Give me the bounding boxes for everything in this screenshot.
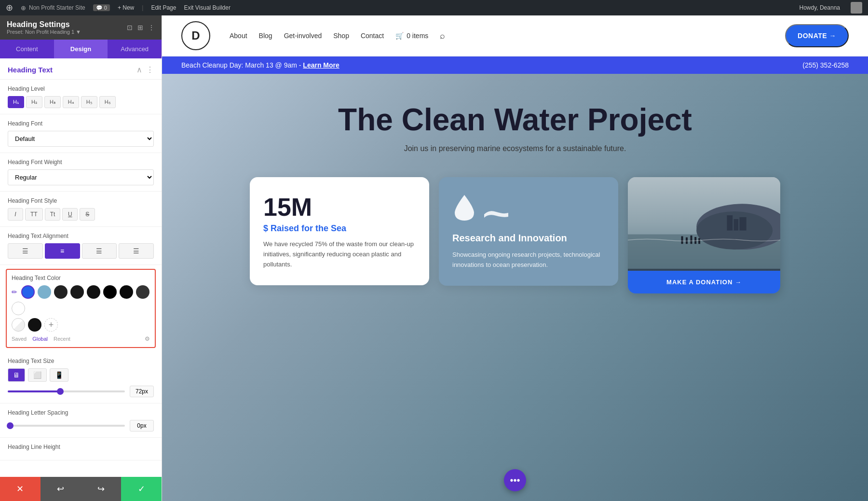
tab-advanced[interactable]: Advanced	[108, 40, 162, 58]
separator: |	[142, 4, 143, 11]
heading-font-style-label: Heading Font Style	[8, 197, 154, 204]
swatch-dark2[interactable]	[70, 285, 84, 299]
stat-subtitle: $ Raised for the Sea	[263, 223, 416, 234]
swatch-black-large[interactable]	[28, 318, 41, 332]
svg-rect-5	[734, 219, 738, 231]
strikethrough-button[interactable]: S	[80, 208, 95, 221]
cart-item[interactable]: 🛒 0 items	[395, 32, 428, 40]
left-panel: Heading Settings Preset: Non Profit Head…	[0, 15, 162, 501]
tab-design[interactable]: Design	[54, 40, 108, 58]
exit-builder-button[interactable]: Exit Visual Builder	[184, 4, 231, 11]
color-tab-recent[interactable]: Recent	[54, 336, 70, 342]
cart-icon: 🛒	[395, 32, 404, 40]
swatch-empty[interactable]	[12, 318, 25, 332]
size-device-buttons: 🖥 ⬜ 📱	[8, 368, 154, 382]
capitalize-button[interactable]: Tt	[45, 208, 61, 221]
section-collapse-icon[interactable]: ∧	[136, 65, 142, 74]
swatch-black1[interactable]	[103, 285, 117, 299]
letter-spacing-slider[interactable]	[8, 425, 125, 427]
announcement-bar: Beach Cleanup Day: March 13 @ 9am - Lear…	[162, 56, 868, 74]
h4-button[interactable]: H₄	[63, 96, 79, 108]
panel-preset[interactable]: Preset: Non Profit Heading 1 ▼	[7, 29, 81, 35]
h1-button[interactable]: H₁	[8, 96, 24, 108]
new-button[interactable]: + New	[118, 4, 134, 11]
user-greeting: Howdy, Deanna	[800, 4, 841, 11]
swatch-blue[interactable]	[21, 285, 35, 299]
nav-get-involved[interactable]: Get-involved	[284, 32, 322, 40]
color-picker-icon[interactable]: ✏	[12, 288, 17, 296]
site-name[interactable]: ⊕ Non Profit Starter Site	[21, 4, 85, 12]
color-tab-global[interactable]: Global	[32, 336, 48, 342]
announcement-link[interactable]: Learn More	[303, 61, 339, 69]
swatch-darkgray[interactable]	[136, 285, 149, 299]
redo-button[interactable]: ↪	[81, 477, 122, 501]
redo-icon: ↪	[97, 484, 105, 494]
undo-button[interactable]: ↩	[41, 477, 81, 501]
align-right-button[interactable]: ☰	[82, 243, 117, 259]
tablet-size-button[interactable]: ⬜	[28, 368, 47, 382]
letter-spacing-input[interactable]: 0px	[130, 420, 154, 431]
swatch-black2[interactable]	[120, 285, 133, 299]
tab-content[interactable]: Content	[0, 40, 54, 58]
donate-button[interactable]: DONATE →	[785, 24, 849, 47]
panel-icon-more[interactable]: ⋮	[148, 24, 155, 31]
align-justify-button[interactable]: ☰	[119, 243, 154, 259]
search-icon[interactable]: ⌕	[440, 31, 445, 41]
color-settings-icon[interactable]: ⚙	[145, 335, 150, 342]
svg-rect-6	[739, 217, 746, 231]
cancel-button[interactable]: ✕	[0, 477, 41, 501]
heading-font-weight-label: Heading Font Weight	[8, 159, 154, 166]
panel-icon-focus[interactable]: ⊡	[127, 24, 133, 31]
fab-icon: •••	[510, 475, 520, 486]
cards-row: 15M $ Raised for the Sea We have recycle…	[250, 177, 780, 293]
nav-contact[interactable]: Contact	[361, 32, 384, 40]
stat-text: We have recycled 75% of the waste from o…	[263, 239, 416, 269]
h3-button[interactable]: H₃	[44, 96, 61, 108]
heading-font-weight-select[interactable]: Regular	[8, 169, 154, 185]
mobile-size-button[interactable]: 📱	[50, 368, 68, 382]
site-logo[interactable]: D	[181, 21, 210, 50]
heading-font-select[interactable]: Default	[8, 131, 154, 147]
h5-button[interactable]: H₅	[81, 96, 97, 108]
heading-color-label: Heading Text Color	[12, 275, 150, 281]
edit-page-link[interactable]: Edit Page	[151, 4, 176, 11]
swatch-dark3[interactable]	[87, 285, 100, 299]
h2-button[interactable]: H₂	[26, 96, 42, 108]
stats-card: 15M $ Raised for the Sea We have recycle…	[250, 177, 429, 285]
heading-level-buttons: H₁ H₂ H₃ H₄ H₅ H₆	[8, 96, 154, 108]
nav-about[interactable]: About	[230, 32, 247, 40]
swatch-white[interactable]	[12, 302, 25, 315]
underline-button[interactable]: U	[62, 208, 78, 221]
add-color-button[interactable]: +	[44, 318, 58, 332]
swatch-light-blue[interactable]	[38, 285, 51, 299]
italic-button[interactable]: I	[8, 208, 23, 221]
make-donation-button[interactable]: MAKE A DONATION →	[628, 271, 780, 293]
content-area: D About Blog Get-involved Shop Contact 🛒…	[162, 15, 868, 501]
admin-bar: ⊕ ⊕ Non Profit Starter Site 💬 0 + New | …	[0, 0, 868, 15]
text-size-slider[interactable]	[8, 390, 125, 392]
nav-blog[interactable]: Blog	[259, 32, 272, 40]
fab-button[interactable]: •••	[504, 469, 526, 491]
comment-count[interactable]: 💬 0	[93, 4, 110, 11]
align-center-button[interactable]: ≡	[45, 243, 80, 259]
swatch-dark1[interactable]	[54, 285, 68, 299]
announcement-phone: (255) 352-6258	[802, 61, 849, 69]
wp-logo-icon[interactable]: ⊕	[6, 2, 13, 13]
text-size-input[interactable]: 72px	[130, 386, 154, 397]
uppercase-button[interactable]: TT	[25, 208, 43, 221]
h6-button[interactable]: H₆	[99, 96, 116, 108]
color-tab-saved[interactable]: Saved	[12, 336, 27, 342]
hero-title: The Clean Water Project	[338, 103, 692, 137]
save-button[interactable]: ✓	[121, 477, 162, 501]
heading-font-row: Heading Font Default	[0, 114, 162, 153]
heading-level-label: Heading Level	[8, 85, 154, 92]
stat-number: 15M	[263, 193, 416, 222]
panel-icon-expand[interactable]: ⊞	[137, 24, 143, 31]
nav-shop[interactable]: Shop	[333, 32, 349, 40]
desktop-size-button[interactable]: 🖥	[8, 368, 25, 382]
align-left-button[interactable]: ☰	[8, 243, 43, 259]
coastal-scene	[628, 177, 780, 271]
panel-footer: ✕ ↩ ↪ ✓	[0, 477, 162, 501]
section-options-icon[interactable]: ⋮	[146, 65, 154, 74]
card-image-area	[628, 177, 780, 271]
